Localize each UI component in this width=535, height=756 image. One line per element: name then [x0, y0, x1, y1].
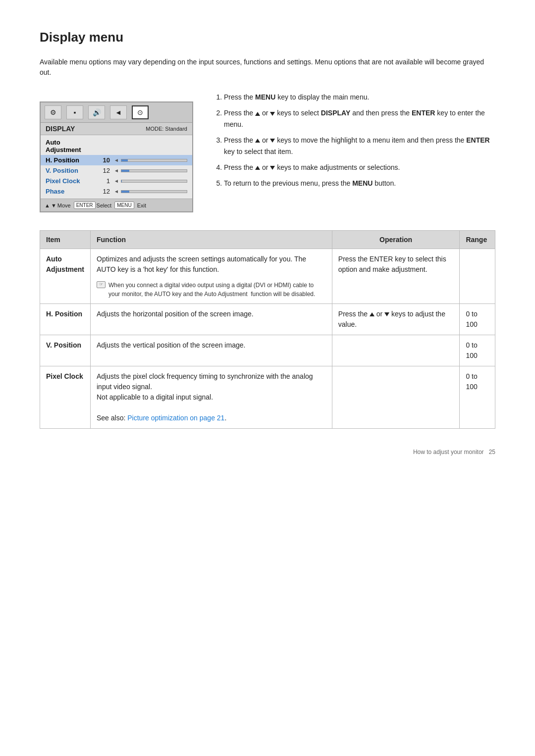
tri-down-icon-4: [270, 166, 275, 170]
col-operation: Operation: [332, 231, 460, 249]
menu-arrow-left-vpos: ◄: [114, 168, 119, 173]
menu-fill-pixel: [121, 180, 122, 182]
range-pixel: 0 to 100: [460, 366, 495, 429]
operation-vpos: [332, 335, 460, 366]
menu-track-phase: [121, 190, 187, 193]
menu-header: DISPLAY MODE: Standard: [41, 123, 192, 135]
range-hpos: 0 to 100: [460, 304, 495, 335]
menu-row-vpos: V. Position 12 ◄: [41, 165, 192, 176]
footer-page-number: 25: [489, 449, 495, 455]
main-table: Item Function Operation Range AutoAdjust…: [40, 230, 495, 429]
col-function: Function: [91, 231, 332, 249]
table-header: Item Function Operation Range: [40, 231, 495, 249]
icon-display: ▪: [66, 105, 83, 119]
enter-key: ENTER: [74, 202, 96, 209]
steps-ol: Press the MENU key to display the main m…: [213, 92, 495, 189]
function-auto-text: Optimizes and adjusts the screen setting…: [97, 255, 306, 273]
tri-up-icon-3: [255, 139, 260, 143]
menu-display-label: DISPLAY: [46, 125, 75, 133]
function-hpos: Adjusts the horizontal position of the s…: [91, 304, 332, 335]
step-2: Press the or keys to select DISPLAY and …: [224, 107, 495, 130]
function-pixel-period: .: [224, 414, 226, 422]
auto-note-box: ☞ When you connect a digital video outpu…: [97, 281, 326, 299]
footer-menu: MENU: [114, 202, 134, 209]
menu-bar-pixel: ◄: [114, 178, 187, 184]
function-pixel-text: Adjusts the pixel clock frequency timing…: [97, 372, 313, 401]
move-down-icon: ▼: [51, 202, 56, 208]
footer-enter: ENTER Select: [74, 202, 111, 209]
tri-up-icon-4: [255, 166, 260, 170]
item-hpos: H. Position: [40, 304, 91, 335]
steps-list: Press the MENU key to display the main m…: [213, 92, 495, 212]
icon-power: ⊙: [132, 105, 149, 119]
menu-key: MENU: [114, 202, 134, 209]
function-auto: Optimizes and adjusts the screen setting…: [91, 249, 332, 304]
icon-audio: 🔊: [88, 105, 105, 119]
menu-bar-hpos: ◄: [114, 157, 187, 163]
tri-down-icon-2: [270, 112, 275, 116]
step-4: Press the or keys to make adjustments or…: [224, 162, 495, 173]
range-auto: [460, 249, 495, 304]
top-section: ⚙ ▪ 🔊 ◄ ⊙ DISPLAY MODE: Standard Auto Ad…: [40, 92, 495, 212]
footer-move: ▲▼ Move: [45, 202, 71, 208]
table-body: AutoAdjustment Optimizes and adjusts the…: [40, 249, 495, 429]
menu-value-hpos: 10: [95, 156, 110, 164]
page-footer: How to adjust your monitor 25: [40, 449, 495, 455]
menu-value-phase: 12: [95, 188, 110, 195]
footer-exit-label: Exit: [137, 202, 146, 208]
menu-mode-label: MODE: Standard: [146, 126, 187, 132]
move-up-icon: ▲: [45, 202, 50, 208]
tri-down-icon-3: [270, 139, 275, 143]
menu-track-pixel: [121, 180, 187, 183]
item-pixel: Pixel Clock: [40, 366, 91, 429]
menu-fill-vpos: [121, 170, 129, 172]
item-vpos: V. Position: [40, 335, 91, 366]
function-pixel: Adjusts the pixel clock frequency timing…: [91, 366, 332, 429]
menu-value-pixel: 1: [95, 177, 110, 185]
auto-note-text: When you connect a digital video output …: [108, 281, 326, 299]
menu-track-hpos: [121, 159, 187, 162]
menu-label-auto: Auto Adjustment: [46, 139, 95, 153]
menu-arrow-left-phase: ◄: [114, 189, 119, 194]
operation-auto: Press the ENTER key to select this optio…: [332, 249, 460, 304]
menu-arrow-left-pixel: ◄: [114, 178, 119, 184]
menu-fill-phase: [121, 191, 129, 193]
footer-select-label: Select: [97, 202, 112, 208]
menu-icons-bar: ⚙ ▪ 🔊 ◄ ⊙: [41, 102, 192, 123]
range-vpos: 0 to 100: [460, 335, 495, 366]
col-item: Item: [40, 231, 91, 249]
table-row: V. Position Adjusts the vertical positio…: [40, 335, 495, 366]
table-row: Pixel Clock Adjusts the pixel clock freq…: [40, 366, 495, 429]
intro-text: Available menu options may vary dependin…: [40, 57, 495, 78]
step-1: Press the MENU key to display the main m…: [224, 92, 495, 102]
footer-move-label: Move: [57, 202, 71, 208]
footer-how-to-text: How to adjust your monitor: [413, 449, 484, 455]
menu-row-phase: Phase 12 ◄: [41, 186, 192, 197]
menu-arrow-left-hpos: ◄: [114, 157, 119, 163]
operation-hpos: Press the or keys to adjust the value.: [332, 304, 460, 335]
icon-arrow: ◄: [110, 105, 127, 119]
icon-settings: ⚙: [45, 105, 61, 119]
menu-label-phase: Phase: [46, 188, 95, 195]
menu-bar-phase: ◄: [114, 189, 187, 194]
menu-rows: Auto Adjustment H. Position 10 ◄ V. Posi…: [41, 135, 192, 199]
menu-label-pixel: Pixel Clock: [46, 177, 95, 185]
monitor-menu: ⚙ ▪ 🔊 ◄ ⊙ DISPLAY MODE: Standard Auto Ad…: [40, 101, 193, 212]
note-icon: ☞: [97, 281, 106, 288]
function-vpos: Adjusts the vertical position of the scr…: [91, 335, 332, 366]
tri-up-icon-2: [255, 112, 260, 116]
tri-down-icon-hpos: [384, 312, 389, 316]
step-5: To return to the previous menu, press th…: [224, 178, 495, 189]
menu-bar-vpos: ◄: [114, 168, 187, 173]
table-header-row: Item Function Operation Range: [40, 231, 495, 249]
table-row: AutoAdjustment Optimizes and adjusts the…: [40, 249, 495, 304]
menu-track-vpos: [121, 169, 187, 172]
page-title: Display menu: [40, 30, 495, 45]
step-3: Press the or keys to move the highlight …: [224, 135, 495, 157]
menu-row-hpos: H. Position 10 ◄: [41, 155, 192, 165]
menu-row-auto: Auto Adjustment: [41, 137, 192, 155]
picture-optimization-link[interactable]: Picture optimization on page 21: [127, 414, 224, 422]
col-range: Range: [460, 231, 495, 249]
item-auto: AutoAdjustment: [40, 249, 91, 304]
operation-pixel: [332, 366, 460, 429]
